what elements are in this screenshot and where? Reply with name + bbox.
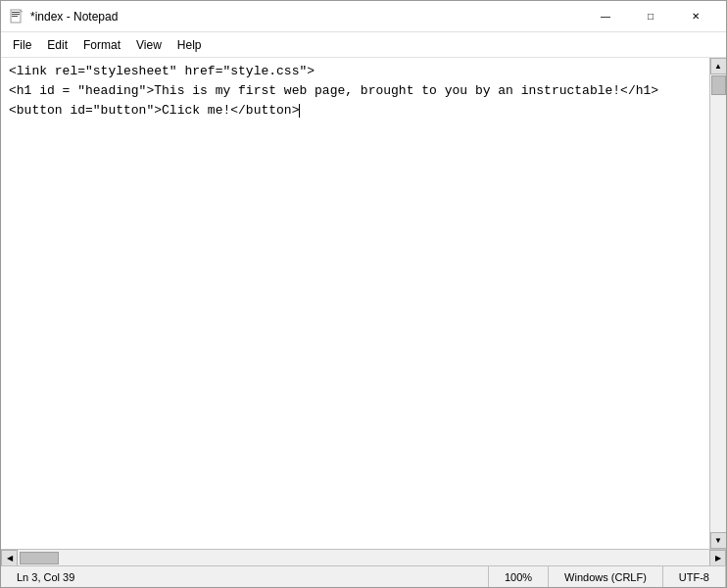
scroll-track-h xyxy=(18,550,709,565)
window-controls: — □ ✕ xyxy=(583,1,718,32)
menu-file[interactable]: File xyxy=(5,35,39,55)
editor-wrapper: <link rel="stylesheet" href="style.css">… xyxy=(1,58,726,565)
scroll-left-arrow[interactable]: ◀ xyxy=(1,550,18,566)
close-button[interactable]: ✕ xyxy=(673,1,718,32)
status-line-ending-section: Windows (CRLF) xyxy=(549,566,663,587)
menu-format[interactable]: Format xyxy=(75,35,128,55)
menu-help[interactable]: Help xyxy=(170,35,210,55)
maximize-button[interactable]: □ xyxy=(628,1,673,32)
cursor-position: Ln 3, Col 39 xyxy=(17,571,74,583)
horizontal-scrollbar: ◀ ▶ xyxy=(1,549,726,565)
status-zoom-section: 100% xyxy=(489,566,549,587)
title-bar: *index - Notepad — □ ✕ xyxy=(1,1,726,32)
menu-edit[interactable]: Edit xyxy=(39,35,75,55)
menu-view[interactable]: View xyxy=(128,35,170,55)
line-ending: Windows (CRLF) xyxy=(564,571,647,583)
editor-text-area[interactable]: <link rel="stylesheet" href="style.css">… xyxy=(1,58,726,549)
text-cursor xyxy=(299,104,300,118)
scroll-thumb-h[interactable] xyxy=(20,552,59,564)
svg-rect-1 xyxy=(12,12,20,13)
svg-rect-2 xyxy=(12,14,20,15)
menu-bar: File Edit Format View Help xyxy=(1,32,726,58)
status-position-section: Ln 3, Col 39 xyxy=(1,566,489,587)
status-encoding-section: UTF-8 xyxy=(663,566,726,587)
window-title: *index - Notepad xyxy=(30,10,583,24)
scroll-thumb-v[interactable] xyxy=(711,75,726,95)
minimize-button[interactable]: — xyxy=(583,1,628,32)
vertical-scrollbar: ▲ ▼ xyxy=(709,58,726,549)
scroll-up-arrow[interactable]: ▲ xyxy=(710,58,727,74)
svg-marker-4 xyxy=(21,10,23,12)
scroll-down-arrow[interactable]: ▼ xyxy=(710,532,727,549)
zoom-level: 100% xyxy=(505,571,532,583)
status-bar: Ln 3, Col 39 100% Windows (CRLF) UTF-8 xyxy=(1,565,726,587)
scroll-right-arrow[interactable]: ▶ xyxy=(709,550,726,566)
app-icon xyxy=(9,9,24,24)
encoding: UTF-8 xyxy=(679,571,709,583)
notepad-window: *index - Notepad — □ ✕ File Edit Format … xyxy=(0,0,727,588)
svg-rect-3 xyxy=(12,16,18,17)
editor-main: <link rel="stylesheet" href="style.css">… xyxy=(1,58,726,549)
